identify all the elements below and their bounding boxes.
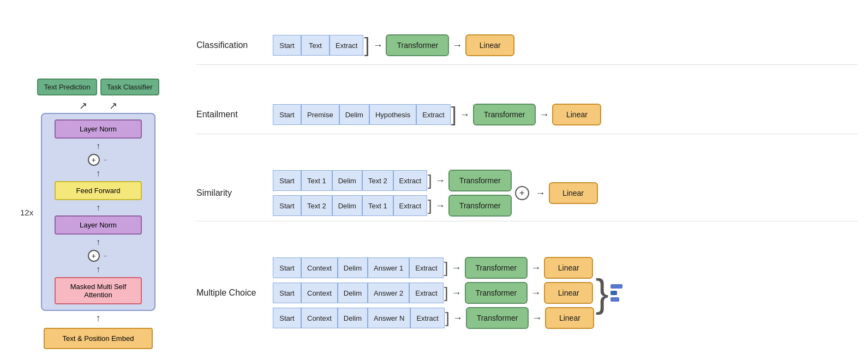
layer-norm-bottom: Layer Norm	[55, 215, 142, 235]
mc-tokens-3: Start Context Delim Answer N Extract	[273, 308, 445, 328]
mc-output: }	[595, 273, 626, 313]
token-extract: Extract	[330, 35, 363, 56]
bar-1	[610, 284, 622, 289]
bracket-sim-1: ]	[428, 173, 432, 188]
plus-circle-1: +	[88, 154, 100, 166]
transformer-mc-2: Transformer	[465, 282, 528, 304]
bracket-classification: ]	[364, 35, 369, 55]
mc2-start: Start	[273, 283, 301, 303]
token-start: Start	[273, 35, 301, 56]
arrow-mc2-t: →	[452, 287, 462, 299]
task-label-similarity: Similarity	[196, 188, 273, 198]
residual-indicator-2: ←	[103, 253, 109, 259]
token-ent-extract: Extract	[416, 104, 450, 125]
plus-circle-2: +	[88, 250, 100, 262]
bracket-entailment: ]	[451, 105, 457, 124]
similarity-row-2: Start Text 2 Delim Text 1 Extract ] → Tr…	[273, 195, 512, 217]
mc1-delim: Delim	[338, 257, 368, 278]
mc-row-3: Start Context Delim Answer N Extract ] →…	[273, 307, 594, 329]
arrow-ent-1: →	[460, 109, 470, 121]
task-label-entailment: Entailment	[196, 110, 273, 119]
transformer-sim-1: Transformer	[448, 170, 512, 191]
layer-norm-top: Layer Norm	[55, 119, 142, 139]
arrow-sim1: →	[435, 175, 445, 187]
arrow-to-task-class: ↗	[109, 100, 117, 112]
mc3-delim: Delim	[338, 308, 368, 328]
arrow-cls-2: →	[452, 40, 462, 51]
arrow-sim-linear: →	[536, 188, 546, 199]
output-arrows: ↗ ↗	[79, 100, 117, 112]
mc2-answer2: Answer 2	[368, 283, 409, 303]
mc-tokens-1: Start Context Delim Answer 1 Extract	[273, 257, 444, 278]
sim1-delim: Delim	[332, 170, 362, 191]
classification-tokens: Start Text Extract	[273, 35, 363, 56]
embed-box: Text & Position Embed	[44, 328, 153, 349]
task-row-similarity: Similarity Start Text 1 Delim Text 2 Ext…	[196, 165, 857, 221]
arrow-mc1-t: →	[452, 262, 462, 274]
arrow-ln2-up: ↑	[96, 203, 100, 212]
entailment-section: Start Premise Delim Hypothesis Extract ]…	[273, 104, 601, 125]
task-row-classification: Classification Start Text Extract ] → Tr…	[196, 27, 857, 65]
task-row-mc: Multiple Choice Start Context Delim Answ…	[196, 253, 857, 333]
arrow-mc3-t: →	[453, 313, 463, 324]
mc1-start: Start	[273, 257, 301, 278]
arrow-sim2: →	[435, 200, 445, 212]
mc1-extract: Extract	[409, 257, 443, 278]
sim2-delim: Delim	[332, 195, 362, 216]
sim2-text1: Text 1	[362, 195, 393, 216]
bar-3	[610, 297, 619, 302]
diagram-container: Text Prediction Task Classifier ↗ ↗ 12x …	[11, 5, 857, 355]
transformer-mc-1: Transformer	[465, 257, 528, 279]
sim-tokens-1: Start Text 1 Delim Text 2 Extract	[273, 170, 427, 191]
token-hypothesis: Hypothesis	[369, 104, 416, 125]
sim2-text2: Text 2	[301, 195, 332, 216]
right-panel: Classification Start Text Extract ] → Tr…	[185, 5, 857, 355]
transformer-mc-3: Transformer	[466, 307, 529, 329]
plus-row-1: + ←	[88, 154, 109, 166]
sim2-extract: Extract	[393, 195, 427, 216]
arrow-ent-2: →	[539, 109, 549, 121]
mc2-extract: Extract	[409, 283, 443, 303]
mc1-context: Context	[301, 257, 338, 278]
entailment-tokens: Start Premise Delim Hypothesis Extract	[273, 104, 451, 125]
sim1-text2: Text 2	[362, 170, 393, 191]
token-premise: Premise	[301, 104, 339, 125]
arrow-cls-1: →	[373, 40, 382, 51]
arrow-embed-up: ↑	[96, 313, 101, 324]
linear-entailment: Linear	[552, 104, 601, 125]
residual-indicator-1: ←	[103, 157, 109, 163]
sim-tokens-2: Start Text 2 Delim Text 1 Extract	[273, 195, 427, 216]
linear-mc-3: Linear	[545, 307, 594, 329]
bracket-sim-2: ]	[428, 198, 432, 213]
transformer-classification: Transformer	[386, 34, 449, 56]
arrow-to-text-pred: ↗	[79, 100, 87, 112]
arrow-attn-up: ↑	[96, 265, 100, 274]
masked-attention-label: Masked Multi Self Attention	[70, 283, 127, 299]
mc3-extract: Extract	[410, 308, 444, 328]
repeat-label: 12x	[20, 207, 33, 217]
arrow-ln1-to-plus1: ↑	[96, 142, 100, 151]
arrow-plus2-up: ↑	[96, 238, 100, 247]
output-boxes: Text Prediction Task Classifier	[37, 79, 159, 95]
transformer-entailment: Transformer	[473, 104, 536, 125]
mc-tokens-2: Start Context Delim Answer 2 Extract	[273, 283, 444, 303]
task-classifier-box: Task Classifier	[100, 79, 159, 95]
bar-2	[610, 291, 617, 295]
linear-mc-1: Linear	[544, 257, 593, 279]
mc-row-2: Start Context Delim Answer 2 Extract ] →…	[273, 282, 594, 304]
transformer-block-wrap: 12x Layer Norm ↑ + ← ↑ Feed Forward ↑	[41, 113, 155, 311]
mc3-context: Context	[301, 308, 338, 328]
bracket-mc-2: ]	[444, 285, 448, 301]
sim-combine: + → Linear	[512, 182, 598, 204]
mc-row-1: Start Context Delim Answer 1 Extract ] →…	[273, 257, 594, 279]
bracket-mc-3: ]	[445, 310, 450, 326]
left-panel: Text Prediction Task Classifier ↗ ↗ 12x …	[11, 5, 185, 355]
sim1-text1: Text 1	[301, 170, 332, 191]
task-label-mc: Multiple Choice	[196, 288, 273, 298]
similarity-row-1: Start Text 1 Delim Text 2 Extract ] → Tr…	[273, 170, 512, 191]
left-inner: Text Prediction Task Classifier ↗ ↗ 12x …	[37, 79, 159, 349]
sim1-start: Start	[273, 170, 301, 191]
masked-attention-box: Masked Multi Self Attention	[55, 277, 142, 304]
mc2-delim: Delim	[338, 283, 368, 303]
sim1-extract: Extract	[393, 170, 427, 191]
